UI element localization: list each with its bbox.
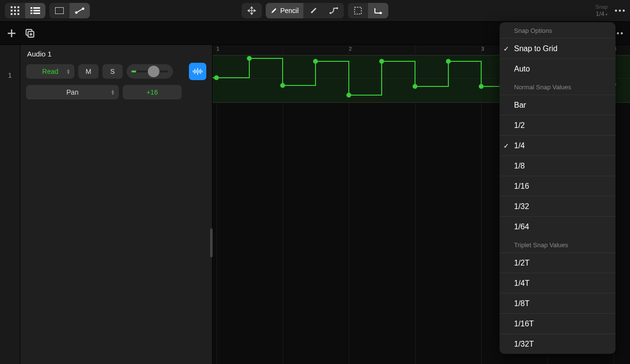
- toolbar-center: Pencil: [242, 3, 388, 18]
- svg-rect-13: [30, 13, 32, 14]
- automation-param-selector[interactable]: Pan ▲▼: [26, 85, 119, 99]
- svg-rect-8: [17, 13, 19, 15]
- svg-point-24: [380, 12, 382, 14]
- chevron-down-icon: ▾: [605, 12, 608, 17]
- toolbar-right: Snap 1/4▾: [595, 4, 625, 18]
- svg-rect-1: [14, 6, 16, 8]
- volume-slider[interactable]: [127, 64, 173, 79]
- automation-value-field[interactable]: +16: [123, 85, 182, 99]
- snap-auto-item[interactable]: Auto: [500, 58, 616, 79]
- svg-rect-21: [355, 7, 361, 14]
- snap-value-item[interactable]: 1/16T: [500, 313, 616, 334]
- grid-view-button[interactable]: [5, 3, 25, 18]
- svg-point-27: [623, 10, 625, 12]
- check-icon: ✓: [503, 45, 509, 53]
- move-tool-button[interactable]: [242, 3, 262, 18]
- pencil-tool-button[interactable]: Pencil: [266, 3, 303, 18]
- snap-display[interactable]: Snap 1/4▾: [595, 4, 608, 18]
- automation-mode-selector[interactable]: Read ▲▼: [26, 64, 74, 79]
- svg-rect-2: [17, 6, 19, 8]
- mute-button[interactable]: M: [78, 64, 99, 79]
- svg-line-18: [77, 9, 82, 12]
- snap-value-item[interactable]: 1/32T: [500, 334, 616, 354]
- selection-tool-group: [348, 3, 388, 18]
- add-track-button[interactable]: [7, 28, 16, 38]
- display-mode-group: [49, 3, 90, 18]
- snap-value-item[interactable]: 1/16: [500, 176, 616, 196]
- svg-point-26: [619, 10, 621, 12]
- automation-select-button[interactable]: [368, 3, 388, 18]
- svg-rect-12: [33, 10, 40, 12]
- svg-rect-6: [11, 13, 13, 15]
- svg-point-46: [247, 56, 252, 61]
- snap-options-popup: Snap Options ✓ Snap to Grid Auto Normal …: [500, 22, 616, 354]
- svg-point-19: [329, 12, 331, 14]
- svg-point-20: [336, 7, 338, 9]
- duplicate-track-button[interactable]: [25, 28, 35, 38]
- track-index: 1: [8, 71, 12, 79]
- track-inspector-panel: Audio 1 Read ▲▼ M S Pan ▲▼ +16: [20, 45, 213, 364]
- snap-value-item[interactable]: 1/32: [500, 196, 616, 216]
- move-tool-group: [242, 3, 262, 18]
- track-index-gutter: 1: [0, 45, 20, 364]
- snap-label: Snap: [595, 4, 608, 10]
- check-icon: ✓: [503, 142, 509, 150]
- top-toolbar: Pencil Snap 1/4▾: [0, 0, 630, 22]
- updown-icon: ▲▼: [66, 69, 71, 75]
- marquee-tool-button[interactable]: [348, 3, 368, 18]
- svg-point-51: [413, 84, 417, 89]
- view-mode-group: [5, 3, 45, 18]
- svg-point-25: [615, 10, 617, 12]
- svg-rect-3: [11, 10, 13, 12]
- pencil-label: Pencil: [280, 7, 299, 14]
- track-name-label[interactable]: Audio 1: [27, 50, 206, 58]
- svg-rect-5: [17, 10, 19, 12]
- svg-rect-15: [55, 7, 64, 14]
- triplet-snap-header: Triplet Snap Values: [500, 237, 616, 252]
- brush-tool-button[interactable]: [303, 3, 324, 18]
- snap-value-item[interactable]: 1/8: [500, 155, 616, 176]
- scroll-thumb[interactable]: [210, 228, 213, 257]
- automation-view-button[interactable]: [70, 3, 90, 18]
- snap-value-item[interactable]: 1/8T: [500, 293, 616, 313]
- track-header-left: [7, 28, 35, 38]
- svg-point-45: [214, 75, 219, 80]
- snap-to-grid-item[interactable]: ✓ Snap to Grid: [500, 38, 616, 58]
- svg-rect-9: [30, 7, 32, 9]
- list-view-button[interactable]: [25, 3, 45, 18]
- svg-point-48: [313, 59, 318, 64]
- snap-value-item[interactable]: 1/64: [500, 216, 616, 237]
- param-label: Pan: [67, 88, 79, 96]
- curve-tool-button[interactable]: [324, 3, 344, 18]
- slider-knob[interactable]: [148, 66, 159, 77]
- svg-point-36: [617, 32, 619, 34]
- slider-fill: [131, 70, 136, 72]
- snap-options-header: Snap Options: [500, 22, 616, 38]
- snap-value-item[interactable]: 1/2T: [500, 252, 616, 273]
- snap-value-item[interactable]: Bar: [500, 95, 616, 115]
- updown-icon: ▲▼: [111, 89, 115, 96]
- svg-rect-0: [11, 6, 13, 8]
- snap-value-item[interactable]: 1/2: [500, 115, 616, 135]
- more-menu-button[interactable]: [615, 9, 625, 12]
- svg-point-50: [379, 59, 384, 64]
- param-value: +16: [146, 88, 158, 96]
- snap-value-item[interactable]: ✓1/4: [500, 135, 616, 155]
- svg-point-53: [479, 84, 484, 89]
- snap-value-item[interactable]: 1/4T: [500, 273, 616, 293]
- svg-point-37: [621, 32, 623, 34]
- svg-point-52: [446, 59, 451, 64]
- solo-button[interactable]: S: [102, 64, 123, 79]
- region-view-button[interactable]: [49, 3, 70, 18]
- normal-snap-header: Normal Snap Values: [500, 79, 616, 95]
- svg-rect-7: [14, 13, 16, 15]
- snap-value: 1/4: [596, 10, 604, 17]
- svg-rect-14: [33, 13, 40, 14]
- edit-tool-group: Pencil: [266, 3, 344, 18]
- svg-point-49: [346, 93, 351, 98]
- waveform-button[interactable]: [189, 63, 206, 80]
- svg-rect-10: [33, 7, 40, 9]
- svg-rect-11: [30, 10, 32, 12]
- svg-point-47: [280, 83, 285, 88]
- svg-rect-4: [14, 10, 16, 12]
